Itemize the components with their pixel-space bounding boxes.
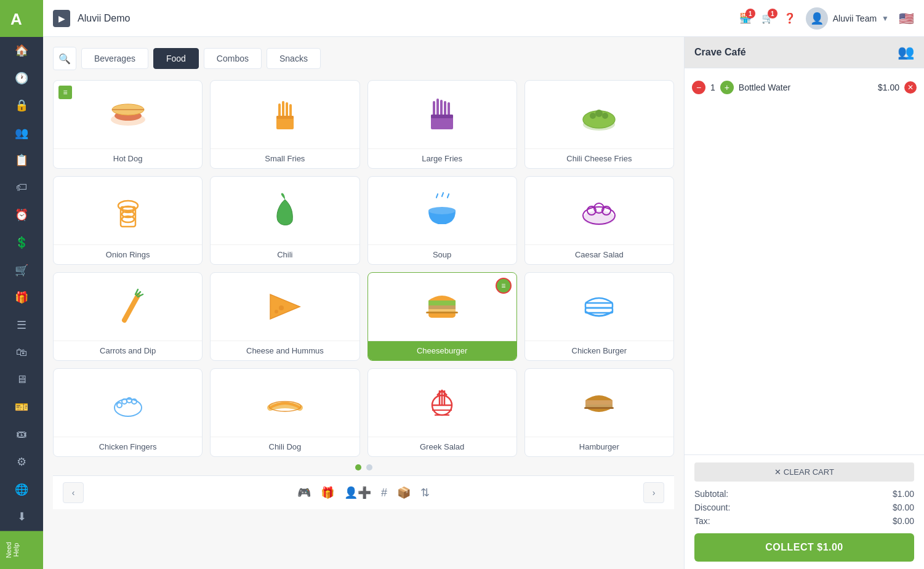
toolbar-prev-button[interactable]: ‹ xyxy=(63,482,84,503)
food-card-greek-salad[interactable]: Greek Salad xyxy=(368,368,517,457)
food-card-chicken-fingers[interactable]: Chicken Fingers xyxy=(53,368,203,457)
food-card-onion-rings[interactable]: Onion Rings xyxy=(53,176,203,265)
svg-point-23 xyxy=(602,113,608,119)
cart-user-icon[interactable]: 👥 xyxy=(898,44,914,60)
cart-item-name: Bottled Water xyxy=(739,83,873,92)
sidebar-item-clock[interactable]: 🕐 xyxy=(0,65,43,92)
toolbar-icon-package[interactable]: 📦 xyxy=(397,486,411,499)
store-icon-badge[interactable]: 🏪 1 xyxy=(739,12,752,24)
food-card-carrots-and-dip[interactable]: Carrots and Dip xyxy=(53,272,203,361)
cart-panel: Crave Café 👥 − 1 + Bottled Water $1.00 ✕… xyxy=(684,37,924,569)
sidebar-item-tag[interactable]: 🏷 xyxy=(0,174,43,202)
sidebar-item-ticket[interactable]: 🎫 xyxy=(0,393,43,421)
sidebar-item-download[interactable]: ⬇ xyxy=(0,503,43,531)
sidebar-toggle-button[interactable]: ▶ xyxy=(53,10,70,27)
svg-rect-45 xyxy=(585,303,613,308)
topbar-icons: 🏪 1 🛒 1 ❓ 👤 Aluvii Team ▼ 🇺🇸 xyxy=(739,7,914,30)
sidebar-item-cart[interactable]: 🛒 xyxy=(0,256,43,284)
tab-snacks[interactable]: Snacks xyxy=(267,48,321,69)
sidebar: A 🏠 🕐 🔒 👥 📋 🏷 ⏰ 💲 🛒 🎁 ☰ 🛍 🖥 🎫 🎟 ⚙ 🌐 ⬇ Ne… xyxy=(0,0,43,569)
toolbar-icon-gift[interactable]: 🎁 xyxy=(321,486,334,499)
tab-beverages[interactable]: Beverages xyxy=(81,48,148,69)
cart-minus-button[interactable]: − xyxy=(692,81,705,94)
tax-value: $0.00 xyxy=(893,516,914,526)
toolbar-icon-gamepad[interactable]: 🎮 xyxy=(297,486,311,499)
food-card-hot-dog[interactable]: ≡ Hot Dog xyxy=(53,80,203,169)
sidebar-item-shop[interactable]: 🛍 xyxy=(0,339,43,366)
menu-panel: 🔍 Beverages Food Combos Snacks ≡ xyxy=(43,37,684,569)
page-dot-1[interactable] xyxy=(355,464,361,470)
cart-header: Crave Café 👥 xyxy=(685,37,924,68)
food-card-large-fries[interactable]: Large Fries xyxy=(368,80,517,169)
sidebar-item-time[interactable]: ⏰ xyxy=(0,201,43,229)
tab-food[interactable]: Food xyxy=(153,48,199,69)
toolbar-next-button[interactable]: › xyxy=(643,482,664,503)
toolbar-icon-sort[interactable]: ⇅ xyxy=(420,486,430,499)
svg-point-22 xyxy=(595,110,603,117)
cart-icon-badge[interactable]: 🛒 1 xyxy=(761,12,774,24)
svg-rect-15 xyxy=(440,100,443,117)
sidebar-item-settings[interactable]: ⚙ xyxy=(0,448,43,476)
avatar: 👤 xyxy=(806,7,828,30)
food-card-cheeseburger[interactable]: ≡ Cheeseburger xyxy=(368,272,517,361)
food-label-onion-rings: Onion Rings xyxy=(54,244,202,264)
sidebar-item-home[interactable]: 🏠 xyxy=(0,37,43,65)
food-card-hamburger[interactable]: Hamburger xyxy=(524,368,674,457)
discount-row: Discount: $0.00 xyxy=(694,502,914,512)
toolbar-icon-hash[interactable]: # xyxy=(381,486,387,499)
food-card-chili-cheese-fries[interactable]: Chili Cheese Fries xyxy=(524,80,674,169)
cart-badge: 1 xyxy=(768,9,777,18)
sidebar-item-dollar[interactable]: 💲 xyxy=(0,229,43,257)
svg-rect-61 xyxy=(584,407,614,409)
svg-rect-30 xyxy=(437,222,447,224)
food-label-cheeseburger: Cheeseburger xyxy=(368,341,516,360)
collect-button[interactable]: COLLECT $1.00 xyxy=(694,533,914,562)
category-tabs: 🔍 Beverages Food Combos Snacks xyxy=(53,47,674,70)
user-menu[interactable]: 👤 Aluvii Team ▼ xyxy=(806,7,889,30)
food-card-chicken-burger[interactable]: Chicken Burger xyxy=(524,272,674,361)
language-flag[interactable]: 🇺🇸 xyxy=(899,11,914,26)
sidebar-item-event[interactable]: 🎟 xyxy=(0,421,43,448)
food-label-soup: Soup xyxy=(368,244,516,264)
food-label-hamburger: Hamburger xyxy=(525,437,673,456)
cart-items: − 1 + Bottled Water $1.00 ✕ xyxy=(685,68,924,454)
toolbar-icon-add-user[interactable]: 👤➕ xyxy=(344,486,371,499)
discount-label: Discount: xyxy=(694,502,730,512)
food-card-cheese-and-hummus[interactable]: Cheese and Hummus xyxy=(210,272,360,361)
cart-remove-button[interactable]: ✕ xyxy=(904,81,917,94)
svg-point-29 xyxy=(428,207,456,214)
sidebar-item-menu2[interactable]: ☰ xyxy=(0,311,43,339)
need-help-label[interactable]: Need Help xyxy=(0,531,43,569)
sidebar-item-globe[interactable]: 🌐 xyxy=(0,476,43,504)
sidebar-item-list[interactable]: 📋 xyxy=(0,147,43,174)
store-badge: 1 xyxy=(745,9,755,18)
food-card-caesar-salad[interactable]: Caesar Salad xyxy=(524,176,674,265)
sidebar-item-monitor[interactable]: 🖥 xyxy=(0,366,43,393)
food-label-carrots-and-dip: Carrots and Dip xyxy=(54,341,202,360)
search-button[interactable]: 🔍 xyxy=(53,47,76,70)
sidebar-item-lock[interactable]: 🔒 xyxy=(0,92,43,119)
svg-rect-60 xyxy=(585,400,613,405)
help-icon-badge[interactable]: ❓ xyxy=(784,12,796,24)
discount-value: $0.00 xyxy=(893,502,914,512)
food-label-greek-salad: Greek Salad xyxy=(368,437,516,456)
subtotal-row: Subtotal: $1.00 xyxy=(694,489,914,499)
cart-plus-button[interactable]: + xyxy=(720,81,734,94)
svg-point-47 xyxy=(117,403,122,408)
sidebar-item-gift[interactable]: 🎁 xyxy=(0,284,43,312)
tab-combos[interactable]: Combos xyxy=(204,48,262,69)
svg-point-21 xyxy=(590,113,596,119)
sidebar-item-users[interactable]: 👥 xyxy=(0,119,43,147)
chevron-down-icon: ▼ xyxy=(882,14,889,23)
food-card-chili-dog[interactable]: Chili Dog xyxy=(210,368,360,457)
help-icon: ❓ xyxy=(784,13,796,23)
food-card-soup[interactable]: Soup xyxy=(368,176,517,265)
food-label-chili-cheese-fries: Chili Cheese Fries xyxy=(525,148,673,168)
toolbar-icons: 🎮 🎁 👤➕ # 📦 ⇅ xyxy=(91,486,636,499)
svg-point-37 xyxy=(279,305,284,310)
cart-item: − 1 + Bottled Water $1.00 ✕ xyxy=(692,76,917,99)
page-dot-2[interactable] xyxy=(366,464,372,470)
food-card-chili[interactable]: Chili xyxy=(210,176,360,265)
clear-cart-button[interactable]: ✕ CLEAR CART xyxy=(694,462,914,482)
food-card-small-fries[interactable]: Small Fries xyxy=(210,80,360,169)
